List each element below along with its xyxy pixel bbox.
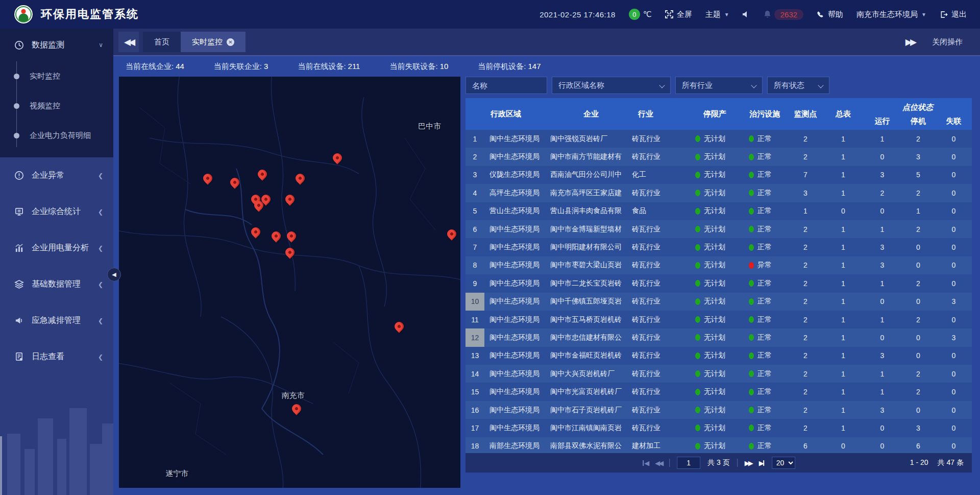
table-row[interactable]: 14 阆中生态环境局 阆中大兴页岩机砖厂 砖瓦行业 无计划 正常 2 1 1 2… bbox=[465, 365, 972, 383]
status-dot-icon bbox=[749, 172, 754, 178]
sidebar-scrollbar[interactable] bbox=[0, 436, 2, 495]
sidebar-subitem-0-0[interactable]: 实时监控 bbox=[0, 61, 113, 91]
col-meters: 总表 bbox=[823, 98, 864, 130]
sidebar-item-1[interactable]: 企业异常❮ bbox=[0, 157, 113, 194]
map-marker-icon[interactable] bbox=[230, 177, 240, 187]
fullscreen-button[interactable]: 全屏 bbox=[665, 10, 692, 19]
table-row[interactable]: 9 阆中生态环境局 阆中市二龙长宝页岩砖 砖瓦行业 无计划 正常 2 1 1 2… bbox=[465, 274, 972, 292]
org-dropdown[interactable]: 南充市生态环境局 ▼ bbox=[856, 10, 926, 19]
tab-1[interactable]: 实时监控✕ bbox=[181, 32, 246, 52]
tab-0[interactable]: 首页 bbox=[143, 32, 181, 52]
mute-button[interactable] bbox=[743, 11, 750, 18]
status-filter-select[interactable]: 所有状态 bbox=[767, 77, 829, 94]
map-marker-icon[interactable] bbox=[332, 153, 342, 163]
sidebar-item-2[interactable]: 企业综合统计❮ bbox=[0, 194, 113, 230]
row-limit-status: 无计划 bbox=[688, 130, 742, 148]
row-total-meters: 1 bbox=[823, 311, 864, 328]
speaker-icon bbox=[743, 11, 750, 18]
table-row[interactable]: 17 阆中生态环境局 阆中市江南镇阆南页岩 砖瓦行业 无计划 正常 2 1 0 … bbox=[465, 419, 972, 437]
row-industry: 砖瓦行业 bbox=[632, 401, 688, 419]
alert-icon bbox=[13, 171, 24, 180]
region-filter-select[interactable]: 行政区域名称 bbox=[552, 77, 671, 94]
row-offline-count: 0 bbox=[936, 311, 972, 328]
table-row[interactable]: 7 阆中生态环境局 阆中明阳建材有限公司 砖瓦行业 无计划 正常 2 1 3 0… bbox=[465, 238, 972, 256]
sidebar-collapse-handle[interactable]: ◀ bbox=[107, 268, 121, 281]
map-marker-icon[interactable] bbox=[203, 173, 213, 183]
table-row[interactable]: 4 高坪生态环境局 南充市高坪区王家店建 砖瓦行业 无计划 正常 3 1 2 2… bbox=[465, 184, 972, 202]
map-marker-icon[interactable] bbox=[261, 194, 271, 204]
page-number-input[interactable] bbox=[677, 457, 700, 469]
row-index: 14 bbox=[465, 365, 484, 383]
sidebar-item-3[interactable]: 企业用电量分析❮ bbox=[0, 230, 113, 266]
help-button[interactable]: 帮助 bbox=[817, 10, 843, 19]
table-row[interactable]: 10 阆中生态环境局 阆中千佛镇五郎垭页岩 砖瓦行业 无计划 正常 2 1 0 … bbox=[465, 293, 972, 311]
map-marker-icon[interactable] bbox=[285, 194, 295, 204]
sidebar-item-label: 日志查看 bbox=[32, 351, 64, 362]
industry-filter-select[interactable]: 所有行业 bbox=[675, 77, 763, 94]
map-marker-icon[interactable] bbox=[286, 231, 297, 241]
row-monitor-points: 2 bbox=[788, 293, 823, 311]
theme-dropdown[interactable]: 主题 ▼ bbox=[705, 10, 729, 19]
sidebar-subitem-0-2[interactable]: 企业电力负荷明细 bbox=[0, 121, 113, 150]
table-row[interactable]: 13 阆中生态环境局 阆中市金福旺页岩机砖 砖瓦行业 无计划 正常 2 1 3 … bbox=[465, 347, 972, 365]
row-region: 仪陇生态环境局 bbox=[484, 166, 550, 184]
map-marker-icon[interactable] bbox=[251, 227, 261, 237]
col-stopped: 停机 bbox=[901, 112, 936, 130]
table-row[interactable]: 6 阆中生态环境局 阆中市金博瑞新型墙材 砖瓦行业 无计划 正常 2 1 1 2… bbox=[465, 220, 972, 238]
prev-page-button[interactable]: ◀◀ bbox=[655, 459, 662, 467]
row-running-count: 1 bbox=[864, 383, 901, 400]
row-facility-status: 正常 bbox=[742, 347, 788, 365]
table-row[interactable]: 3 仪陇生态环境局 西南油气田分公司川中 化工 无计划 正常 7 1 3 5 0 bbox=[465, 166, 972, 184]
temperature: 0 ℃ bbox=[629, 9, 652, 20]
table-row[interactable]: 5 营山生态环境局 营山县润丰肉食品有限 食品 无计划 正常 1 0 0 1 0 bbox=[465, 202, 972, 220]
map-marker-icon[interactable] bbox=[285, 247, 295, 257]
map-marker-icon[interactable] bbox=[447, 229, 457, 239]
row-offline-count: 0 bbox=[936, 401, 972, 419]
sidebar-item-5[interactable]: 应急减排管理❮ bbox=[0, 302, 113, 339]
map-marker-icon[interactable] bbox=[271, 231, 281, 241]
map-marker-icon[interactable] bbox=[394, 321, 404, 332]
pagination-bar: ◀ ◀◀ 共 3 页 ▶▶ ▶ 20 1 - 20 共 47 条 bbox=[465, 453, 972, 473]
sidebar-subitem-0-1[interactable]: 视频监控 bbox=[0, 91, 113, 121]
page-size-select[interactable]: 20 bbox=[772, 457, 795, 469]
table-row[interactable]: 11 阆中生态环境局 阆中市五马桥页岩机砖 砖瓦行业 无计划 正常 2 1 1 … bbox=[465, 311, 972, 328]
table-row[interactable]: 2 阆中生态环境局 阆中市南方节能建材有 砖瓦行业 无计划 正常 2 1 0 3… bbox=[465, 148, 972, 166]
sidebar-item-0[interactable]: 数据监测∨ bbox=[0, 29, 113, 61]
table-row[interactable]: 8 阆中生态环境局 阆中市枣碧大梁山页岩 砖瓦行业 无计划 异常 2 1 3 0… bbox=[465, 256, 972, 274]
map[interactable]: 巴中市南充市遂宁市 bbox=[119, 77, 460, 488]
row-offline-count: 0 bbox=[936, 347, 972, 365]
tabs-scroll-left-button[interactable]: ◀◀ bbox=[118, 32, 139, 52]
status-dot-icon bbox=[749, 370, 754, 377]
table-row[interactable]: 15 阆中生态环境局 阆中市光富页岩机砖厂 砖瓦行业 无计划 正常 2 1 1 … bbox=[465, 383, 972, 400]
row-company: 阆中市金博瑞新型墙材 bbox=[550, 220, 632, 238]
table-row[interactable]: 1 阆中生态环境局 阆中强锐页岩砖厂 砖瓦行业 无计划 正常 2 1 1 2 0 bbox=[465, 130, 972, 148]
name-filter-input[interactable] bbox=[472, 81, 541, 90]
tabs-scroll-right-button[interactable]: ▶▶ bbox=[905, 37, 915, 48]
sidebar-item-4[interactable]: 基础数据管理❮ bbox=[0, 266, 113, 302]
status-dot-icon bbox=[749, 407, 754, 413]
row-region: 南部生态环境局 bbox=[484, 437, 550, 453]
status-dot-icon bbox=[749, 226, 754, 232]
table-row[interactable]: 16 阆中生态环境局 阆中市石子页岩机砖厂 砖瓦行业 无计划 正常 2 1 3 … bbox=[465, 401, 972, 419]
last-page-button[interactable]: ▶ bbox=[759, 459, 765, 467]
table-row[interactable]: 12 阆中生态环境局 阆中市忠信建材有限公 砖瓦行业 无计划 正常 2 1 0 … bbox=[465, 328, 972, 346]
map-roads bbox=[119, 77, 460, 488]
logout-button[interactable]: 退出 bbox=[940, 10, 967, 19]
sidebar-item-6[interactable]: 日志查看❮ bbox=[0, 339, 113, 375]
map-marker-icon[interactable] bbox=[295, 173, 305, 183]
row-company: 阆中市枣碧大梁山页岩 bbox=[550, 256, 632, 274]
row-index: 2 bbox=[465, 148, 484, 166]
next-page-button[interactable]: ▶▶ bbox=[745, 459, 752, 467]
tab-close-icon[interactable]: ✕ bbox=[227, 38, 234, 46]
total-pages-label: 共 3 页 bbox=[707, 458, 730, 467]
first-page-button[interactable]: ◀ bbox=[642, 459, 648, 467]
map-marker-icon[interactable] bbox=[257, 169, 267, 179]
close-operations-button[interactable]: 关闭操作 bbox=[932, 37, 963, 47]
map-marker-icon[interactable] bbox=[291, 404, 302, 414]
row-monitor-points: 2 bbox=[788, 274, 823, 292]
table-row[interactable]: 18 南部生态环境局 南部县双佛水泥有限公 建材加工 无计划 正常 6 0 0 … bbox=[465, 437, 972, 453]
row-stopped-count: 0 bbox=[901, 347, 936, 365]
row-facility-status: 正常 bbox=[742, 328, 788, 346]
row-limit-status: 无计划 bbox=[688, 238, 742, 256]
notifications[interactable]: 2632 bbox=[764, 9, 803, 20]
